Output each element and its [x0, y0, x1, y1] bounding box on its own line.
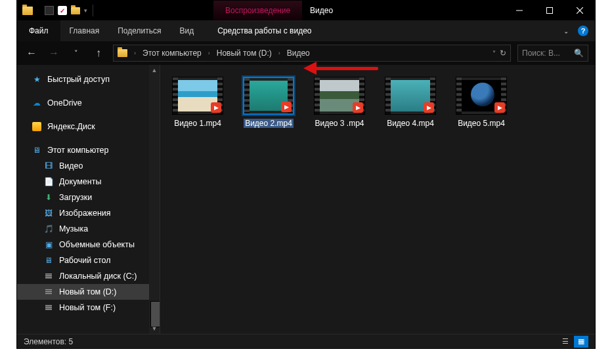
- search-input[interactable]: Поиск: В... 🔍: [517, 45, 588, 62]
- ribbon-expand-icon[interactable]: ⌄: [561, 26, 571, 36]
- music-icon: 🎵: [43, 224, 54, 234]
- help-icon[interactable]: ?: [578, 26, 588, 36]
- download-icon: ⬇: [43, 192, 54, 203]
- chevron-right-icon[interactable]: ›: [206, 50, 213, 56]
- file-thumbnail[interactable]: ▶: [385, 77, 436, 115]
- qat-properties-icon[interactable]: ✓: [58, 6, 67, 15]
- file-name-label: Видео 3 .mp4: [315, 119, 364, 128]
- ribbon-tabs: Файл Главная Поделиться Вид Средства раб…: [17, 20, 595, 41]
- document-icon: 📄: [43, 176, 54, 187]
- title-bar: ✓ ▾ Воспроизведение Видео: [17, 1, 595, 20]
- tree-label: Рабочий стол: [59, 256, 110, 265]
- tree-disk-f[interactable]: Новый том (F:): [17, 300, 160, 315]
- qat-dropdown-icon[interactable]: ▾: [84, 7, 87, 14]
- qat-slot-icon[interactable]: [45, 6, 54, 15]
- pc-icon: 🖥: [32, 145, 42, 155]
- file-item[interactable]: ▶Видео 4.mp4: [381, 77, 440, 128]
- tree-label: Музыка: [59, 224, 88, 233]
- chevron-right-icon[interactable]: ›: [131, 50, 139, 56]
- tab-file[interactable]: Файл: [17, 20, 60, 41]
- explorer-window: ✓ ▾ Воспроизведение Видео Файл Главная П…: [16, 0, 596, 349]
- status-bar: Элементов: 5 ☰ ▦: [17, 334, 595, 348]
- tab-home-label: Главная: [70, 26, 100, 35]
- tree-this-pc[interactable]: 🖥Этот компьютер: [17, 142, 160, 158]
- tab-video-tools[interactable]: Средства работы с видео: [203, 20, 326, 41]
- sidebar-scrollbar[interactable]: ▲ ▼: [149, 65, 160, 334]
- tree-3d-objects[interactable]: ▣Объемные объекты: [17, 237, 160, 253]
- tree-videos[interactable]: 🎞Видео: [17, 158, 160, 174]
- close-button[interactable]: [565, 1, 595, 20]
- nav-up-button[interactable]: ↑: [91, 47, 106, 59]
- cloud-icon: ☁: [32, 98, 42, 108]
- svg-rect-1: [547, 8, 553, 14]
- pictures-icon: 🖼: [43, 208, 54, 218]
- breadcrumb-label: Этот компьютер: [142, 49, 202, 58]
- refresh-icon[interactable]: ↻: [500, 49, 506, 58]
- tree-label: Новый том (D:): [59, 287, 117, 296]
- folder-icon[interactable]: [71, 7, 80, 14]
- file-thumbnail[interactable]: ▶: [314, 77, 365, 115]
- tab-file-label: Файл: [29, 26, 49, 35]
- tab-video-tools-label: Средства работы с видео: [217, 26, 311, 35]
- view-thumbnails-button[interactable]: ▦: [574, 336, 588, 348]
- nav-back-button[interactable]: ←: [24, 47, 39, 59]
- tree-disk-c[interactable]: Локальный диск (C:): [17, 268, 160, 284]
- breadcrumb-item[interactable]: Этот компьютер: [142, 49, 202, 58]
- file-thumbnail[interactable]: ▶: [243, 77, 294, 115]
- tree-disk-d[interactable]: Новый том (D:): [17, 284, 160, 300]
- breadcrumb-item[interactable]: Новый том (D:): [217, 49, 272, 58]
- tab-share-label: Поделиться: [118, 26, 161, 35]
- tab-share[interactable]: Поделиться: [108, 20, 170, 41]
- tree-pictures[interactable]: 🖼Изображения: [17, 205, 160, 221]
- tree-downloads[interactable]: ⬇Загрузки: [17, 190, 160, 205]
- play-badge-icon: ▶: [353, 102, 363, 113]
- tab-home[interactable]: Главная: [60, 20, 109, 41]
- tree-music[interactable]: 🎵Музыка: [17, 221, 160, 237]
- contextual-tab-title: Воспроизведение: [225, 6, 290, 15]
- nav-forward-button[interactable]: →: [46, 47, 62, 59]
- tree-yandex-disk[interactable]: Яндекс.Диск: [17, 119, 160, 134]
- drive-icon: [43, 302, 54, 313]
- file-item[interactable]: ▶Видео 1.mp4: [168, 77, 227, 128]
- address-dropdown-icon[interactable]: ˅: [492, 50, 496, 57]
- file-item[interactable]: ▶Видео 3 .mp4: [310, 77, 369, 128]
- view-details-button[interactable]: ☰: [558, 336, 573, 348]
- file-name-label: Видео 1.mp4: [174, 119, 221, 128]
- maximize-button[interactable]: [535, 1, 565, 20]
- tree-label: Изображения: [59, 209, 111, 218]
- scroll-up-icon[interactable]: ▲: [149, 65, 160, 75]
- star-icon: ★: [32, 74, 42, 85]
- tree-desktop[interactable]: 🖥Рабочий стол: [17, 253, 160, 268]
- file-name-label: Видео 5.mp4: [458, 119, 505, 128]
- tree-label: Видео: [59, 161, 83, 171]
- minimize-button[interactable]: [504, 1, 535, 20]
- drive-icon: [43, 271, 54, 281]
- play-badge-icon: ▶: [494, 102, 505, 113]
- file-name-label: Видео 2.mp4: [244, 119, 294, 128]
- breadcrumb-label: Видео: [287, 49, 310, 58]
- tree-quick-access[interactable]: ★Быстрый доступ: [17, 71, 160, 87]
- tree-label: Документы: [59, 177, 101, 186]
- file-item[interactable]: ▶Видео 5.mp4: [452, 77, 511, 128]
- content-pane[interactable]: ▶Видео 1.mp4▶Видео 2.mp4▶Видео 3 .mp4▶Ви…: [160, 65, 595, 334]
- folder-icon: [118, 49, 127, 57]
- tab-view-label: Вид: [179, 26, 194, 35]
- tree-onedrive[interactable]: ☁OneDrive: [17, 95, 160, 111]
- chevron-right-icon[interactable]: ›: [276, 50, 283, 56]
- scroll-down-icon[interactable]: ▼: [149, 323, 160, 334]
- file-thumbnail[interactable]: ▶: [172, 77, 223, 115]
- file-item[interactable]: ▶Видео 2.mp4: [239, 77, 298, 128]
- tab-view[interactable]: Вид: [170, 20, 203, 41]
- nav-tree: ★Быстрый доступ ☁OneDrive Яндекс.Диск 🖥Э…: [17, 65, 160, 334]
- tree-label: Быстрый доступ: [47, 75, 110, 84]
- play-badge-icon: ▶: [424, 102, 434, 113]
- breadcrumb-bar[interactable]: › Этот компьютер › Новый том (D:) › Виде…: [113, 45, 511, 62]
- file-thumbnail[interactable]: ▶: [456, 77, 507, 115]
- breadcrumb-item[interactable]: Видео: [287, 49, 310, 58]
- nav-recent-dropdown[interactable]: ˅: [68, 49, 84, 58]
- tree-documents[interactable]: 📄Документы: [17, 174, 160, 190]
- breadcrumb-label: Новый том (D:): [217, 49, 272, 58]
- window-title: Видео: [302, 6, 341, 15]
- address-bar: ← → ˅ ↑ › Этот компьютер › Новый том (D:…: [17, 41, 595, 65]
- main-area: ★Быстрый доступ ☁OneDrive Яндекс.Диск 🖥Э…: [17, 65, 595, 334]
